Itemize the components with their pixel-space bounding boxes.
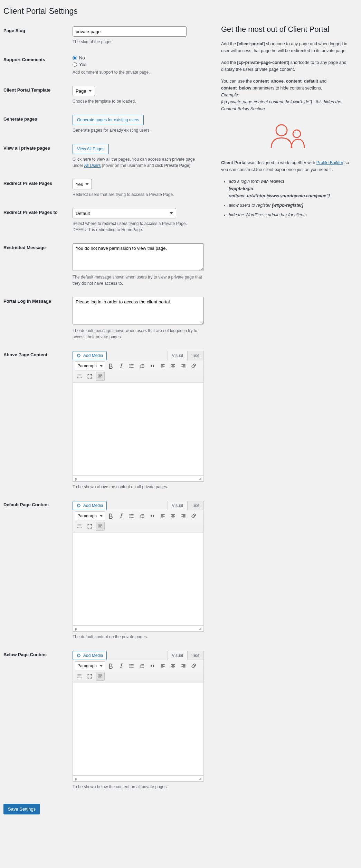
login-message-textarea[interactable]: Please log in in order to access the cli… [73,297,204,324]
insert-more-icon[interactable] [75,672,84,681]
fullscreen-icon[interactable] [85,522,94,531]
link-icon[interactable] [189,361,198,370]
below-format-select[interactable]: Paragraph [75,661,105,670]
default-editor-area[interactable] [73,532,204,626]
redirect-desc: Redirect users that are trying to access… [73,191,204,198]
resize-grip-icon[interactable] [199,627,201,630]
svg-rect-27 [101,525,102,526]
below-editor-area[interactable] [73,682,204,776]
svg-text:3: 3 [140,367,141,368]
below-add-media-button[interactable]: Add Media [73,651,107,660]
svg-point-35 [130,667,130,668]
login-msg-label: Portal Log In Message [3,293,73,347]
align-center-icon[interactable] [169,661,178,670]
bold-icon[interactable] [106,661,115,670]
restricted-message-textarea[interactable]: You do not have permission to view this … [73,243,204,271]
svg-point-32 [78,654,80,657]
link-icon[interactable] [189,511,198,520]
profile-builder-link[interactable]: Profile Builder [316,160,343,165]
default-editor-path: p [75,626,77,631]
redirect-select[interactable]: Yes [73,179,92,189]
svg-rect-10 [101,375,101,376]
svg-point-0 [78,355,80,357]
page-slug-input[interactable] [73,26,187,37]
above-add-media-button[interactable]: Add Media [73,351,107,360]
number-list-icon[interactable]: 123 [137,661,146,670]
align-center-icon[interactable] [169,361,178,370]
italic-icon[interactable] [117,661,126,670]
default-content-label: Default Page Content [3,497,73,647]
support-comments-label: Support Comments [3,52,73,82]
number-list-icon[interactable]: 123 [137,511,146,520]
above-visual-tab[interactable]: Visual [168,351,188,360]
support-comments-yes-radio[interactable] [73,62,77,67]
resize-grip-icon[interactable] [199,477,201,480]
below-text-tab[interactable]: Text [187,651,204,660]
svg-rect-28 [99,526,99,527]
generate-desc: Generate pages for already existing user… [73,127,204,133]
save-settings-button[interactable]: Save Settings [3,804,40,814]
default-format-select[interactable]: Paragraph [75,511,105,520]
bullet-list-icon[interactable] [127,661,136,670]
default-content-desc: The default content on the private pages… [73,634,204,640]
page-slug-label: Page Slug [3,23,73,52]
fullscreen-icon[interactable] [85,372,94,381]
svg-rect-8 [99,375,99,376]
bold-icon[interactable] [106,361,115,370]
below-visual-tab[interactable]: Visual [168,651,188,660]
toolbar-toggle-icon[interactable] [96,522,105,531]
svg-point-17 [130,514,130,515]
quote-icon[interactable] [148,661,157,670]
template-select[interactable]: Page [73,86,95,96]
resize-grip-icon[interactable] [199,777,201,780]
number-list-icon[interactable]: 123 [137,361,146,370]
redirect-to-desc: Select where to redirect users trying to… [73,220,204,233]
align-left-icon[interactable] [158,361,167,370]
svg-rect-41 [99,675,100,676]
sidebar-p1: Add the [client-portal] shortcode to any… [221,40,354,54]
align-left-icon[interactable] [158,661,167,670]
insert-more-icon[interactable] [75,522,84,531]
support-comments-desc: Add comment support to the private page. [73,69,204,75]
align-center-icon[interactable] [169,511,178,520]
default-text-tab[interactable]: Text [187,501,204,510]
view-all-label: View all private pages [3,140,73,176]
default-add-media-button[interactable]: Add Media [73,501,107,510]
generate-pages-button[interactable]: Generate pages for existing users [73,115,144,125]
default-visual-tab[interactable]: Visual [168,501,188,510]
fullscreen-icon[interactable] [85,672,94,681]
align-right-icon[interactable] [179,511,188,520]
above-editor-path: p [75,477,77,481]
align-right-icon[interactable] [179,361,188,370]
italic-icon[interactable] [117,361,126,370]
above-editor-area[interactable] [73,383,204,476]
toolbar-toggle-icon[interactable] [96,372,105,381]
support-comments-no-radio[interactable] [73,56,77,60]
view-all-pages-button[interactable]: View All Pages [73,144,109,154]
svg-point-34 [130,666,130,666]
svg-point-3 [130,367,130,368]
svg-rect-47 [99,677,102,678]
above-format-select[interactable]: Paragraph [75,361,105,370]
align-right-icon[interactable] [179,661,188,670]
quote-icon[interactable] [148,361,157,370]
svg-point-16 [78,504,80,507]
above-text-tab[interactable]: Text [187,351,204,360]
page-slug-desc: The slug of the pages. [73,39,204,45]
redirect-to-select[interactable]: Default [73,208,176,218]
svg-point-18 [130,516,130,516]
align-left-icon[interactable] [158,511,167,520]
svg-rect-12 [99,376,99,377]
toolbar-toggle-icon[interactable] [96,672,105,681]
italic-icon[interactable] [117,511,126,520]
bullet-list-icon[interactable] [127,361,136,370]
quote-icon[interactable] [148,511,157,520]
all-users-link[interactable]: All Users [84,163,101,168]
svg-rect-11 [101,375,102,376]
sidebar-p2: Add the [cp-private-page-content] shortc… [221,59,354,73]
insert-more-icon[interactable] [75,372,84,381]
bold-icon[interactable] [106,511,115,520]
link-icon[interactable] [189,661,198,670]
svg-rect-14 [101,376,101,377]
bullet-list-icon[interactable] [127,511,136,520]
